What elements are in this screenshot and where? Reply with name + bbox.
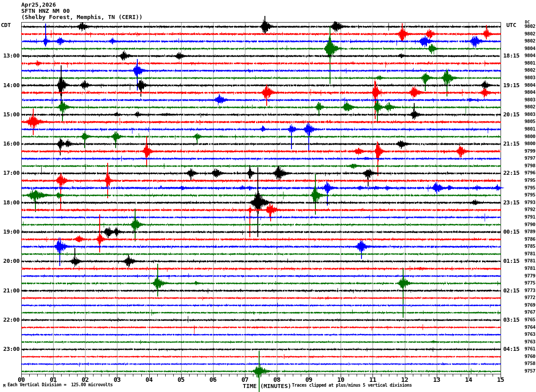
dc-value: 9795 bbox=[524, 185, 536, 191]
dc-value: 9791 bbox=[524, 215, 536, 220]
cdt-hour-label: 17:00 bbox=[0, 170, 19, 176]
dc-value: 9804 bbox=[524, 46, 536, 51]
cdt-hour-label: 13:00 bbox=[0, 53, 19, 59]
dc-value: 9779 bbox=[524, 273, 536, 279]
left-axis-timezone: CDT bbox=[1, 22, 11, 28]
cdt-hour-label: 22:00 bbox=[0, 317, 19, 323]
dc-value: 9758 bbox=[524, 361, 536, 366]
dc-value: 9802 bbox=[524, 104, 536, 110]
minute-label: 14 bbox=[465, 377, 473, 383]
minute-label: 03 bbox=[113, 377, 121, 383]
dc-value: 9802 bbox=[524, 38, 536, 44]
dc-value: 9796 bbox=[524, 170, 536, 176]
header-date: Apr25,2026 bbox=[21, 2, 56, 8]
dc-value: 9805 bbox=[524, 119, 536, 124]
utc-hour-label: 02:15 bbox=[503, 288, 520, 294]
dc-value: 9804 bbox=[524, 90, 536, 95]
utc-hour-label: 18:15 bbox=[503, 53, 520, 59]
dc-value: 9792 bbox=[524, 207, 536, 212]
dc-value: 9803 bbox=[524, 112, 536, 117]
dc-value: 9767 bbox=[524, 310, 536, 315]
footer-right-note: Traces clipped at plus/minus 5 vertical … bbox=[292, 383, 412, 388]
dc-value: 9801 bbox=[524, 61, 536, 66]
dc-value: 9781 bbox=[524, 251, 536, 257]
dc-value: 9795 bbox=[524, 192, 536, 198]
helicorder-screen: Apr25,2026 SFTN HNZ NM 00 (Shelby Forest… bbox=[0, 0, 536, 392]
dc-value: 9772 bbox=[524, 295, 536, 300]
dc-value: 9801 bbox=[524, 127, 536, 132]
utc-hour-label: 03:15 bbox=[503, 317, 520, 323]
dc-value: 9803 bbox=[524, 97, 536, 103]
dc-value: 9795 bbox=[524, 178, 536, 183]
minute-label: 11 bbox=[369, 377, 377, 383]
dc-value: 9781 bbox=[524, 258, 536, 264]
dc-value: 9785 bbox=[524, 244, 536, 249]
dc-value: 9793 bbox=[524, 200, 536, 205]
cdt-hour-label: 21:00 bbox=[0, 288, 19, 294]
x-axis-title: TIME (MINUTES) bbox=[243, 383, 291, 389]
footer-corner-mark: M bbox=[3, 384, 5, 388]
dc-value: 9775 bbox=[524, 281, 536, 286]
cdt-hour-label: 16:00 bbox=[0, 141, 19, 147]
dc-value: 9773 bbox=[524, 288, 536, 293]
dc-value: 9804 bbox=[524, 83, 536, 88]
dc-value: 9802 bbox=[524, 31, 536, 37]
dc-value: 9765 bbox=[524, 317, 536, 323]
dc-value: 9800 bbox=[524, 141, 536, 146]
dc-value: 9786 bbox=[524, 237, 536, 242]
cdt-hour-label: 18:00 bbox=[0, 200, 19, 206]
dc-value: 9764 bbox=[524, 325, 536, 330]
dc-value: 9760 bbox=[524, 354, 536, 359]
utc-hour-label: 00:15 bbox=[503, 229, 520, 235]
dc-value: 9798 bbox=[524, 163, 536, 169]
minute-label: 05 bbox=[178, 377, 185, 383]
dc-value: 9763 bbox=[524, 339, 536, 345]
right-axis-timezone: UTC bbox=[506, 22, 516, 28]
header-location: (Shelby Forest, Memphis, TN (CERI)) bbox=[21, 14, 143, 20]
utc-hour-label: 21:15 bbox=[503, 141, 520, 147]
dc-value: 9789 bbox=[524, 229, 536, 234]
dc-value: 9769 bbox=[524, 303, 536, 308]
minute-label: 12 bbox=[401, 377, 409, 383]
minute-label: 15 bbox=[497, 377, 505, 383]
dc-value: 9803 bbox=[524, 75, 536, 81]
dc-value: 9797 bbox=[524, 156, 536, 161]
cdt-hour-label: 20:00 bbox=[0, 258, 19, 264]
utc-hour-label: 04:15 bbox=[503, 346, 520, 352]
utc-hour-label: 01:15 bbox=[503, 258, 520, 264]
cdt-hour-label: 14:00 bbox=[0, 82, 19, 88]
dc-value: 9802 bbox=[524, 68, 536, 73]
minute-label: 07 bbox=[241, 377, 249, 383]
minute-label: 13 bbox=[433, 377, 441, 383]
minute-label: 09 bbox=[305, 377, 313, 383]
dc-value: 9799 bbox=[524, 149, 536, 154]
utc-hour-label: 22:15 bbox=[503, 170, 520, 176]
minute-label: 10 bbox=[337, 377, 345, 383]
dc-value: 9802 bbox=[524, 24, 536, 29]
minute-label: 04 bbox=[146, 377, 153, 383]
dc-value: 9800 bbox=[524, 134, 536, 139]
dc-value: 9763 bbox=[524, 332, 536, 337]
utc-hour-label: 20:15 bbox=[503, 111, 520, 118]
header-station: SFTN HNZ NM 00 bbox=[21, 8, 70, 14]
minute-label: 08 bbox=[273, 377, 281, 383]
minute-label: 06 bbox=[210, 377, 217, 383]
utc-hour-label: 19:15 bbox=[503, 82, 520, 88]
utc-hour-label: 23:15 bbox=[503, 200, 520, 206]
cdt-hour-label: 15:00 bbox=[0, 111, 19, 118]
footer-left-note: Each Vertical Division = 125.00 microvol… bbox=[8, 383, 113, 388]
dc-value: 9781 bbox=[524, 266, 536, 271]
dc-value: 9757 bbox=[524, 369, 536, 374]
seismogram-canvas bbox=[0, 0, 536, 392]
dc-value: 9804 bbox=[524, 53, 536, 58]
cdt-hour-label: 23:00 bbox=[0, 346, 19, 352]
dc-value: 9761 bbox=[524, 346, 536, 352]
cdt-hour-label: 19:00 bbox=[0, 229, 19, 235]
dc-value: 9790 bbox=[524, 222, 536, 227]
